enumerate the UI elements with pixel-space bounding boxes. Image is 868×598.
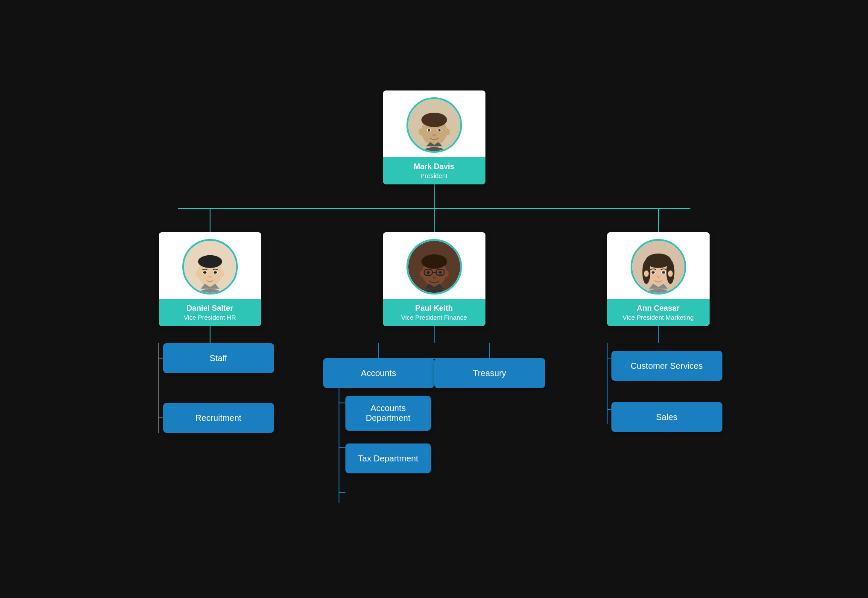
svg-point-6	[418, 128, 424, 136]
root-title: President	[387, 172, 481, 179]
svg-point-11	[438, 129, 441, 131]
hr-card: Daniel Salter Vice President HR	[159, 232, 261, 326]
paul-name: Paul Keith	[387, 304, 481, 313]
svg-point-23	[203, 271, 207, 274]
svg-point-5	[423, 114, 445, 123]
recruitment-box[interactable]: Recruitment	[163, 403, 274, 433]
finance-up-line	[434, 209, 435, 232]
h-bar-l2	[103, 208, 765, 209]
svg-point-58	[652, 271, 655, 274]
finance-top-deps: Accounts	[327, 343, 541, 508]
ann-up-line	[658, 209, 659, 232]
svg-point-25	[208, 276, 212, 278]
paul-avatar	[406, 239, 462, 295]
ann-avatar	[631, 239, 686, 295]
customer-services-box[interactable]: Customer Services	[611, 351, 722, 381]
hr-up-line	[210, 209, 210, 232]
tax-dept-box[interactable]: Tax Department	[345, 443, 431, 473]
sales-box[interactable]: Sales	[611, 402, 722, 432]
mark-avatar	[406, 97, 462, 153]
daniel-avatar	[182, 239, 238, 295]
ann-name: Ann Ceasar	[611, 304, 705, 313]
svg-point-55	[668, 270, 672, 277]
treasury-col: Treasury	[438, 343, 541, 388]
svg-point-12	[433, 134, 436, 137]
hr-sub-section: Staff Recruitment	[146, 343, 274, 437]
staff-box[interactable]: Staff	[163, 343, 274, 373]
svg-point-53	[647, 256, 669, 264]
root-down-line	[434, 184, 435, 208]
svg-point-10	[427, 129, 430, 131]
ann-card: Ann Ceasar Vice President Marketing	[607, 232, 710, 326]
daniel-name: Daniel Salter	[163, 304, 257, 313]
root-level: Mark Davis President	[383, 90, 485, 184]
svg-point-60	[657, 276, 660, 278]
root-card: Mark Davis President	[383, 90, 485, 184]
svg-point-7	[444, 128, 450, 136]
svg-point-33	[421, 254, 447, 269]
svg-point-59	[662, 271, 665, 274]
ann-title: Vice President Marketing	[611, 314, 705, 321]
daniel-title: Vice President HR	[163, 314, 257, 321]
hr-bracket-svg	[146, 343, 163, 437]
marketing-sub: Customer Services Sales	[594, 343, 722, 432]
accounts-box[interactable]: Accounts	[323, 358, 434, 388]
finance-column: Paul Keith Vice President Finance Accoun…	[315, 209, 554, 508]
svg-point-39	[427, 271, 430, 274]
accounts-dept-box[interactable]: Accounts Department	[345, 396, 431, 431]
svg-point-54	[644, 270, 649, 277]
svg-point-18	[199, 257, 220, 263]
paul-title: Vice President Finance	[387, 314, 481, 321]
paul-card: Paul Keith Vice President Finance	[383, 232, 485, 326]
treasury-box[interactable]: Treasury	[434, 358, 545, 388]
svg-point-41	[433, 277, 436, 279]
svg-point-40	[438, 271, 442, 274]
marketing-bracket-svg	[594, 343, 611, 429]
svg-point-19	[196, 270, 200, 277]
hr-column: Daniel Salter Vice President HR	[146, 209, 274, 437]
org-chart: Mark Davis President	[61, 90, 808, 508]
svg-point-20	[219, 270, 224, 277]
accounts-col: Accounts	[327, 343, 430, 508]
level2-row: Daniel Salter Vice President HR	[103, 209, 765, 508]
root-name: Mark Davis	[387, 162, 481, 171]
accounts-bracket-svg	[326, 388, 345, 508]
marketing-column: Ann Ceasar Vice President Marketing Cust…	[594, 209, 722, 432]
svg-point-24	[213, 271, 217, 274]
